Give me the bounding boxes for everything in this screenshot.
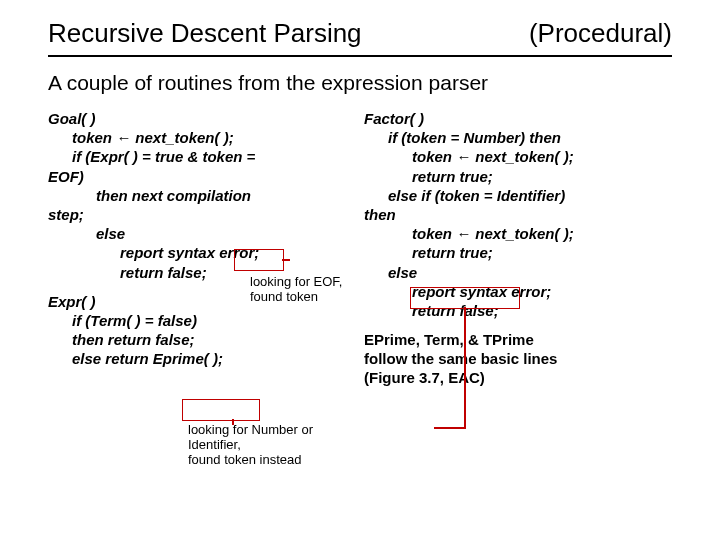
callout-number-l2: found token instead	[188, 453, 356, 468]
factor-l8: else	[364, 263, 672, 282]
factor-l3: return true;	[364, 167, 672, 186]
subtitle: A couple of routines from the expression…	[48, 71, 672, 95]
goal-l4: then next compilation	[48, 186, 356, 205]
callout-number: looking for Number or Identifier, found …	[188, 423, 356, 468]
expr-l1: if (Term( ) = false)	[48, 311, 356, 330]
expr-l3: else return Eprime( );	[48, 349, 356, 368]
factor-l5: then	[364, 205, 672, 224]
title-rule	[48, 55, 672, 57]
goal-l5: step;	[48, 205, 356, 224]
note-l2: (Figure 3.7, EAC)	[364, 368, 672, 387]
red-arrow-3b	[434, 427, 466, 429]
red-arrow-3a	[464, 307, 466, 427]
right-column: Factor( ) if (token = Number) then token…	[364, 109, 672, 388]
goal-l2: if (Expr( ) = true & token =	[48, 147, 356, 166]
redbox-3	[410, 287, 520, 309]
goal-l3: EOF)	[48, 167, 356, 186]
factor-l4: else if (token = Identifier)	[364, 186, 672, 205]
note-l0: EPrime, Term, & TPrime	[364, 330, 672, 349]
factor-l0: Factor( )	[364, 109, 672, 128]
redbox-2	[182, 399, 260, 421]
title-right: (Procedural)	[529, 18, 672, 49]
goal-l0: Goal( )	[48, 109, 356, 128]
factor-l7: return true;	[364, 243, 672, 262]
body-columns: Goal( ) token ← next_token( ); if (Expr(…	[48, 109, 672, 388]
title-row: Recursive Descent Parsing (Procedural)	[48, 18, 672, 55]
callout-number-l1: looking for Number or Identifier,	[188, 423, 356, 453]
goal-l6: else	[48, 224, 356, 243]
title-left: Recursive Descent Parsing	[48, 18, 362, 49]
callout-eof: looking for EOF, found token	[250, 275, 343, 305]
redbox-1	[234, 249, 284, 271]
factor-l6: token ← next_token( );	[364, 224, 672, 243]
goal-l1: token ← next_token( );	[48, 128, 356, 147]
goal-l7: report syntax error;	[48, 243, 356, 262]
factor-l2: token ← next_token( );	[364, 147, 672, 166]
spacer2	[364, 320, 672, 330]
red-arrow-2	[232, 419, 234, 425]
factor-l1: if (token = Number) then	[364, 128, 672, 147]
slide: Recursive Descent Parsing (Procedural) A…	[0, 0, 720, 540]
left-column: Goal( ) token ← next_token( ); if (Expr(…	[48, 109, 356, 388]
red-arrow-1	[282, 259, 290, 261]
note-l1: follow the same basic lines	[364, 349, 672, 368]
callout-eof-l1: looking for EOF,	[250, 275, 343, 290]
callout-eof-l2: found token	[250, 290, 343, 305]
expr-l2: then return false;	[48, 330, 356, 349]
